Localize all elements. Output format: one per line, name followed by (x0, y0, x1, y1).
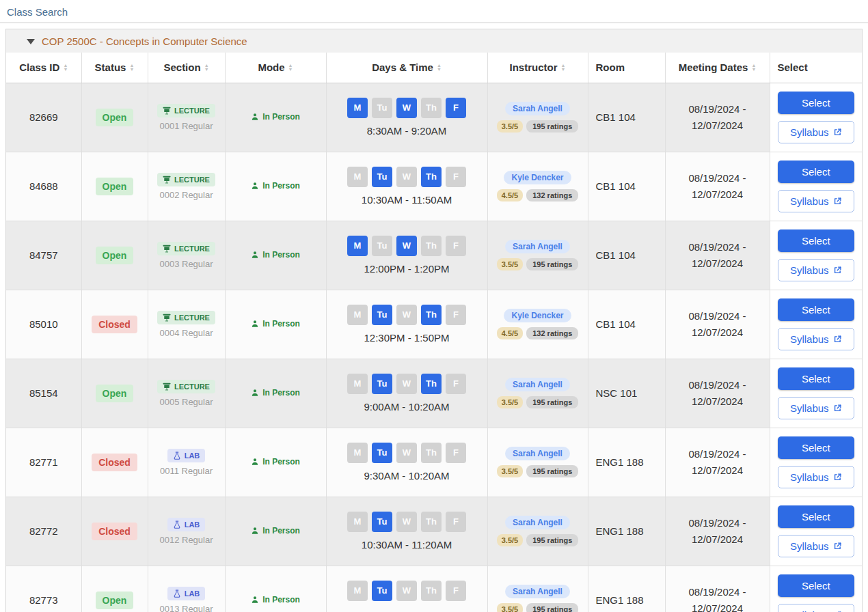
select-button[interactable]: Select (778, 367, 854, 390)
external-link-icon (833, 197, 842, 206)
select-button[interactable]: Select (778, 505, 854, 528)
days-time-cell: MTuWThF 12:00PM - 1:20PM (326, 221, 487, 290)
section-type-badge: LAB (167, 587, 206, 600)
day-chip-f: F (446, 581, 466, 601)
day-chip-th: Th (421, 443, 442, 463)
column-header-instructor[interactable]: Instructor▲▼ (487, 53, 588, 83)
status-cell: Open (81, 566, 148, 612)
collapse-triangle-icon[interactable] (27, 39, 35, 44)
select-cell: Select Syllabus (770, 152, 862, 221)
sort-icon[interactable]: ▲▼ (288, 64, 293, 72)
instructor-name-pill[interactable]: Sarah Angell (505, 447, 570, 460)
instructor-name-pill[interactable]: Sarah Angell (505, 378, 570, 391)
select-button[interactable]: Select (778, 298, 854, 321)
instructor-name-pill[interactable]: Kyle Dencker (504, 309, 571, 322)
mode-cell: In Person (225, 290, 326, 359)
instructor-name-pill[interactable]: Sarah Angell (505, 240, 570, 253)
mode-label: In Person (262, 457, 300, 467)
syllabus-button[interactable]: Syllabus (778, 328, 854, 350)
syllabus-button[interactable]: Syllabus (778, 466, 854, 488)
class-id-cell: 84688 (6, 152, 81, 221)
class-id: 82772 (29, 525, 58, 537)
day-chip-th: Th (421, 167, 442, 187)
instructor-cell: Kyle Dencker 4.5/5 132 ratings (487, 152, 588, 221)
sort-icon[interactable]: ▲▼ (204, 64, 209, 72)
day-chip-f: F (446, 236, 466, 256)
mode-label: In Person (262, 595, 300, 604)
instructor-name-pill[interactable]: Sarah Angell (505, 585, 570, 598)
syllabus-button[interactable]: Syllabus (778, 121, 854, 143)
room-cell: ENG1 188 (588, 497, 665, 566)
time-range (327, 608, 487, 612)
class-id: 85154 (29, 387, 58, 399)
select-cell: Select Syllabus (770, 83, 862, 152)
select-button[interactable]: Select (778, 92, 854, 114)
instructor-cell: Sarah Angell 3.5/5 195 ratings (487, 359, 588, 428)
section-cell: LECTURE 0002 Regular (148, 152, 225, 221)
day-chips: MTuWThF (327, 236, 487, 256)
day-chip-m: M (347, 98, 368, 118)
section-type-badge: LECTURE (157, 242, 215, 255)
rating-badge: 4.5/5 (497, 327, 523, 339)
select-cell: Select Syllabus (770, 428, 862, 497)
sort-icon[interactable]: ▲▼ (129, 64, 134, 72)
syllabus-label: Syllabus (790, 609, 829, 612)
meeting-dates-line2: 12/07/2024 (666, 117, 770, 134)
room-cell: CB1 104 (588, 221, 665, 290)
select-button[interactable]: Select (778, 436, 854, 459)
instructor-name-pill[interactable]: Sarah Angell (505, 516, 570, 529)
day-chip-m: M (347, 374, 368, 394)
meeting-dates-line1: 08/19/2024 - (666, 239, 770, 255)
instructor-name-pill[interactable]: Sarah Angell (505, 102, 570, 115)
class-id-cell: 84757 (6, 221, 81, 290)
syllabus-button[interactable]: Syllabus (778, 535, 854, 557)
class-row: 84757 Open LECTURE 0003 Regula (6, 221, 862, 290)
section-type-badge: LAB (167, 518, 206, 531)
mode-tag: In Person (251, 457, 300, 467)
select-button[interactable]: Select (778, 574, 854, 597)
syllabus-label: Syllabus (790, 264, 829, 276)
section-type-badge: LECTURE (157, 380, 215, 393)
day-chips: MTuWThF (327, 581, 487, 601)
column-header-days-time[interactable]: Days & Time▲▼ (326, 53, 487, 83)
mode-cell: In Person (225, 83, 326, 152)
class-row: 85010 Closed LECTURE 0004 Regu (6, 290, 862, 359)
day-chip-f: F (446, 167, 466, 187)
column-header-mode[interactable]: Mode▲▼ (225, 53, 326, 83)
instructor-name-pill[interactable]: Kyle Dencker (504, 171, 571, 184)
course-collapse-header[interactable]: COP 2500C - Concepts in Computer Science (6, 29, 862, 53)
column-header-class-id[interactable]: Class ID▲▼ (6, 53, 81, 83)
class-id: 82669 (29, 111, 58, 123)
day-chip-th: Th (421, 581, 442, 601)
day-chip-th: Th (421, 374, 442, 394)
day-chip-tu: Tu (372, 581, 392, 601)
column-header-meeting-dates[interactable]: Meeting Dates▲▼ (665, 53, 770, 83)
sort-icon[interactable]: ▲▼ (63, 64, 68, 72)
select-button[interactable]: Select (778, 161, 854, 183)
meeting-dates-cell: 08/19/2024 - 12/07/2024 (665, 566, 770, 612)
sort-icon[interactable]: ▲▼ (751, 64, 756, 72)
lab-icon (173, 589, 181, 598)
day-chip-w: W (396, 167, 417, 187)
section-type-label: LECTURE (174, 382, 210, 391)
syllabus-label: Syllabus (790, 195, 829, 207)
lab-icon (173, 451, 181, 460)
section-cell: LECTURE 0005 Regular (148, 359, 225, 428)
column-header-section[interactable]: Section▲▼ (148, 53, 225, 83)
mode-tag: In Person (251, 388, 300, 398)
select-button[interactable]: Select (778, 230, 854, 252)
syllabus-button[interactable]: Syllabus (778, 190, 854, 212)
sort-icon[interactable]: ▲▼ (437, 64, 442, 72)
title-divider (0, 23, 868, 23)
time-range: 9:30AM - 10:20AM (327, 470, 487, 482)
status-badge: Open (96, 247, 134, 264)
syllabus-button[interactable]: Syllabus (778, 604, 854, 612)
sort-icon[interactable]: ▲▼ (561, 64, 566, 72)
syllabus-button[interactable]: Syllabus (778, 397, 854, 419)
column-header-status[interactable]: Status▲▼ (81, 53, 148, 83)
external-link-icon (833, 473, 842, 482)
day-chips: MTuWThF (327, 167, 487, 187)
day-chip-th: Th (421, 236, 442, 256)
meeting-dates-cell: 08/19/2024 - 12/07/2024 (665, 428, 770, 497)
syllabus-button[interactable]: Syllabus (778, 259, 854, 281)
